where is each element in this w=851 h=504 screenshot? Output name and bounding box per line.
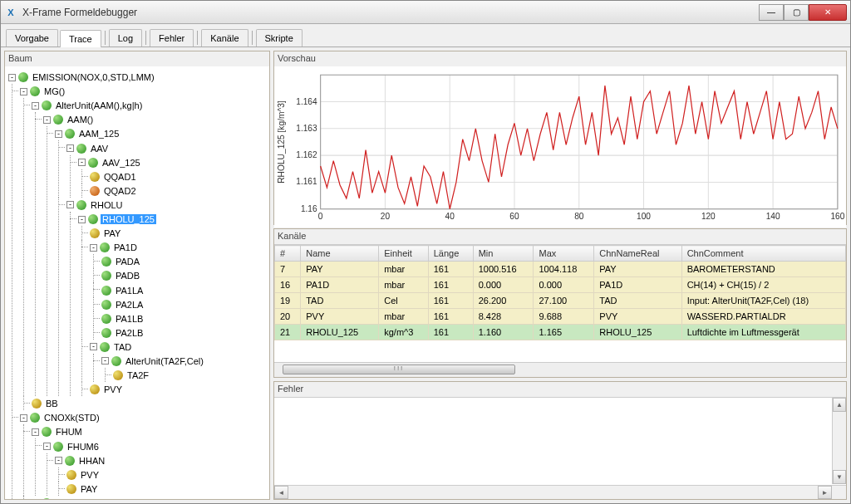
tree-toggle-icon[interactable]: - bbox=[8, 74, 16, 81]
tree-node-tad[interactable]: TAD bbox=[112, 342, 133, 352]
tab-kanaele[interactable]: Kanäle bbox=[201, 29, 248, 46]
tree-toggle-icon[interactable]: - bbox=[66, 144, 74, 152]
kanaele-table[interactable]: #NameEinheitLängeMinMaxChnNameRealChnCom… bbox=[274, 245, 846, 340]
tree-node-pa1la[interactable]: PA1LA bbox=[114, 286, 145, 296]
tree-toggle-icon[interactable]: - bbox=[66, 201, 74, 208]
table-row[interactable]: 7PAYmbar1611000.5161004.118PAYBAROMETERS… bbox=[275, 262, 846, 277]
table-cell: 161 bbox=[428, 262, 473, 277]
tree-node-rholu[interactable]: RHOLU bbox=[89, 200, 125, 210]
tree-node-padb[interactable]: PADB bbox=[114, 271, 141, 281]
tree-node-aam125[interactable]: AAM_125 bbox=[77, 129, 121, 139]
tree-node-aav125[interactable]: AAV_125 bbox=[101, 158, 142, 168]
fehler-panel-title: Fehler bbox=[274, 382, 846, 397]
scroll-right-icon[interactable]: ► bbox=[818, 486, 832, 499]
node-icon bbox=[65, 129, 75, 139]
tree-node-pa1lb[interactable]: PA1LB bbox=[114, 314, 145, 324]
tree-panel-title: Baum bbox=[5, 51, 269, 66]
tree-node-ta2f[interactable]: TA2F bbox=[125, 370, 150, 380]
tree-node-emission[interactable]: EMISSION(NOX,0,STD,LMM) bbox=[31, 72, 156, 82]
tree-toggle-icon[interactable]: - bbox=[55, 457, 62, 464]
tree-toggle-icon[interactable]: - bbox=[78, 216, 86, 223]
tab-vorgabe[interactable]: Vorgabe bbox=[6, 29, 58, 46]
tree-toggle-icon[interactable]: - bbox=[55, 130, 62, 138]
tree-node-pada[interactable]: PADA bbox=[114, 257, 141, 267]
column-header[interactable]: ChnComment bbox=[681, 246, 845, 262]
column-header[interactable]: Länge bbox=[428, 246, 473, 262]
tree-toggle-icon[interactable]: - bbox=[20, 88, 27, 95]
column-header[interactable]: Max bbox=[534, 246, 594, 262]
scroll-down-icon[interactable]: ▼ bbox=[833, 470, 846, 484]
node-icon bbox=[76, 144, 86, 154]
table-cell: 19 bbox=[275, 293, 301, 309]
table-row[interactable]: 19TADCel16126.20027.100TADInput: AlterUn… bbox=[275, 293, 846, 309]
tree-toggle-icon[interactable]: - bbox=[20, 414, 27, 422]
table-row[interactable]: 21RHOLU_125kg/m^31611.1601.165RHOLU_125L… bbox=[275, 325, 846, 340]
tree-toggle-icon[interactable]: - bbox=[32, 102, 39, 110]
chart-panel-title: Vorschau bbox=[274, 51, 846, 66]
tree-node-aam[interactable]: AAM() bbox=[66, 115, 95, 125]
table-cell: Cel bbox=[379, 293, 429, 309]
node-icon bbox=[90, 228, 100, 238]
vertical-scrollbar[interactable]: ▲ ▼ bbox=[832, 398, 846, 484]
table-cell: 161 bbox=[428, 293, 473, 309]
tree-node-pa1d[interactable]: PA1D bbox=[112, 242, 139, 252]
column-header[interactable]: Min bbox=[473, 246, 534, 262]
tab-fehler[interactable]: Fehler bbox=[150, 29, 194, 46]
tree-node-pay2[interactable]: PAY bbox=[79, 484, 99, 494]
tree-node-bb[interactable]: BB bbox=[44, 399, 60, 409]
tree-node-alterunit2[interactable]: AlterUnit(TA2F,Cel) bbox=[124, 356, 205, 366]
tree-toggle-icon[interactable]: - bbox=[32, 428, 39, 436]
tree-node-qqad1[interactable]: QQAD1 bbox=[102, 172, 138, 182]
tree-node-qqad2[interactable]: QQAD2 bbox=[102, 186, 138, 196]
horizontal-scrollbar[interactable]: ◄ ► bbox=[274, 485, 846, 499]
tab-log[interactable]: Log bbox=[109, 29, 142, 46]
tree-node-alterunit1[interactable]: AlterUnit(AAM(),kg|h) bbox=[54, 100, 144, 110]
tree-node-pvy[interactable]: PVY bbox=[102, 384, 124, 394]
tabbar: Vorgabe Trace Log Fehler Kanäle Skripte bbox=[1, 24, 850, 47]
column-header[interactable]: ChnNameReal bbox=[594, 246, 681, 262]
tree-node-cnox[interactable]: CNOX(STD) bbox=[54, 498, 108, 499]
node-icon bbox=[42, 100, 52, 110]
tab-trace[interactable]: Trace bbox=[60, 30, 101, 47]
node-icon bbox=[66, 484, 76, 494]
kanaele-table-wrap: #NameEinheitLängeMinMaxChnNameRealChnCom… bbox=[274, 244, 846, 362]
column-header[interactable]: # bbox=[275, 246, 301, 262]
tree-node-pa2lb[interactable]: PA2LB bbox=[114, 328, 145, 338]
close-button[interactable]: ✕ bbox=[809, 4, 847, 21]
table-row[interactable]: 16PA1Dmbar1610.0000.000PA1D CH(14) + CH(… bbox=[275, 277, 846, 293]
minimize-button[interactable]: — bbox=[759, 4, 784, 21]
table-cell: 1.165 bbox=[534, 325, 594, 340]
chart-area[interactable]: 0204060801001201401601.161.1611.1621.163… bbox=[274, 66, 846, 228]
titlebar[interactable]: X X-Frame Formeldebugger — ▢ ✕ bbox=[1, 1, 850, 24]
tree-node-cnoxk[interactable]: CNOXk(STD) bbox=[42, 413, 101, 423]
scrollbar-thumb[interactable] bbox=[283, 365, 515, 374]
horizontal-scrollbar[interactable] bbox=[274, 362, 846, 377]
maximize-button[interactable]: ▢ bbox=[784, 4, 809, 21]
tree-toggle-icon[interactable]: - bbox=[78, 159, 86, 166]
fehler-body[interactable]: ▲ ▼ ◄ ► bbox=[274, 397, 846, 499]
tree-node-pvy2[interactable]: PVY bbox=[79, 470, 101, 480]
tree-toggle-icon[interactable]: - bbox=[43, 116, 51, 124]
tree-node-fhum[interactable]: FHUM bbox=[54, 427, 84, 437]
scroll-up-icon[interactable]: ▲ bbox=[833, 398, 846, 412]
tab-skripte[interactable]: Skripte bbox=[256, 29, 303, 46]
table-row[interactable]: 20PVYmbar1618.4289.688PVYWASSERD.PARTIAL… bbox=[275, 309, 846, 325]
tree-toggle-icon[interactable]: - bbox=[90, 343, 97, 350]
tree-node-fhum6[interactable]: FHUM6 bbox=[66, 442, 101, 452]
kanaele-panel: Kanäle #NameEinheitLängeMinMaxChnNameRea… bbox=[273, 228, 847, 378]
column-header[interactable]: Name bbox=[301, 246, 379, 262]
scroll-left-icon[interactable]: ◄ bbox=[274, 486, 288, 499]
node-icon bbox=[66, 470, 76, 480]
tree-toggle-icon[interactable]: - bbox=[43, 443, 51, 450]
tree-view[interactable]: -EMISSION(NOX,0,STD,LMM) -MG() -AlterUni… bbox=[5, 66, 269, 499]
tree-node-pay[interactable]: PAY bbox=[102, 228, 122, 238]
tree-node-mg[interactable]: MG() bbox=[42, 86, 66, 96]
svg-text:RHOLU_125 [kg/m^3]: RHOLU_125 [kg/m^3] bbox=[277, 100, 286, 183]
tree-toggle-icon[interactable]: - bbox=[101, 357, 109, 365]
column-header[interactable]: Einheit bbox=[379, 246, 429, 262]
tree-node-hhan[interactable]: HHAN bbox=[77, 456, 106, 466]
tree-toggle-icon[interactable]: - bbox=[90, 244, 97, 252]
tree-node-aav[interactable]: AAV bbox=[89, 144, 110, 154]
tree-node-pa2la[interactable]: PA2LA bbox=[114, 300, 145, 310]
tree-node-rholu125[interactable]: RHOLU_125 bbox=[101, 214, 156, 224]
